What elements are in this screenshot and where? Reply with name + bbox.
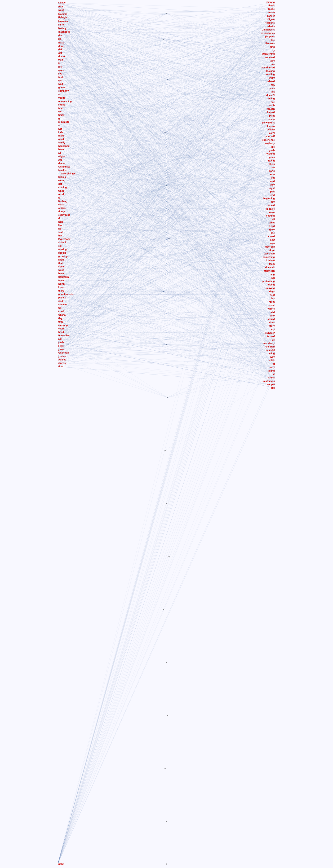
- svg-line-1401: [58, 33, 275, 81]
- svg-line-548: [58, 347, 275, 356]
- svg-line-883: [58, 77, 275, 291]
- svg-line-181: [58, 112, 275, 206]
- svg-line-513: [58, 161, 275, 339]
- svg-line-847: [58, 215, 275, 254]
- svg-line-1141: [58, 239, 169, 305]
- svg-line-419: [58, 254, 275, 277]
- svg-line-1407: [58, 115, 275, 185]
- svg-line-1017: [164, 40, 275, 78]
- right-word-label: basis: [269, 87, 275, 90]
- svg-line-488: [58, 216, 275, 329]
- svg-line-916: [58, 150, 275, 330]
- svg-line-1075: [165, 132, 275, 150]
- svg-line-284: [58, 181, 275, 243]
- svg-line-289: [58, 181, 275, 271]
- svg-line-786: [58, 174, 275, 195]
- svg-line-35: [58, 17, 275, 78]
- svg-line-745: [58, 161, 275, 277]
- svg-line-775: [58, 81, 275, 188]
- svg-line-261: [58, 163, 275, 247]
- svg-line-921: [58, 108, 275, 336]
- left-word-label: time: [58, 320, 63, 323]
- svg-line-765: [58, 101, 275, 181]
- svg-line-600: [58, 19, 275, 25]
- svg-line-1026: [58, 43, 168, 80]
- svg-line-1355: [58, 70, 275, 119]
- svg-line-184: [58, 115, 275, 288]
- right-word-label: yeah: [269, 149, 275, 152]
- svg-line-1235: [58, 57, 275, 63]
- svg-line-244: [58, 156, 275, 274]
- svg-line-334: [58, 215, 275, 343]
- svg-line-128: [58, 81, 275, 188]
- svg-line-431: [58, 119, 275, 287]
- svg-line-903: [58, 160, 275, 316]
- svg-line-483: [58, 219, 275, 322]
- right-word-label: saw: [270, 239, 275, 241]
- svg-line-545: [58, 154, 275, 356]
- svg-line-828: [58, 39, 275, 233]
- svg-line-1149: [169, 239, 275, 274]
- svg-line-473: [58, 229, 275, 318]
- svg-line-817: [58, 170, 275, 226]
- svg-line-1327: [58, 23, 275, 174]
- svg-line-596: [58, 10, 275, 19]
- svg-line-1376: [58, 185, 275, 864]
- svg-line-962: [58, 298, 275, 374]
- svg-line-557: [58, 219, 275, 360]
- svg-line-854: [58, 239, 275, 264]
- svg-line-808: [58, 219, 275, 270]
- svg-line-505: [58, 30, 275, 336]
- svg-line-965: [58, 208, 275, 378]
- svg-line-635: [58, 50, 275, 74]
- svg-line-270: [58, 174, 275, 247]
- svg-line-567: [58, 260, 275, 367]
- svg-line-327: [58, 126, 275, 212]
- svg-line-384: [58, 171, 275, 249]
- svg-line-1003: [58, 40, 164, 53]
- svg-line-121: [58, 40, 275, 74]
- svg-line-343: [58, 71, 275, 218]
- svg-line-680: [58, 28, 275, 92]
- svg-line-1069: [165, 64, 275, 132]
- svg-line-1179: [164, 250, 275, 291]
- svg-line-510: [58, 209, 275, 339]
- svg-line-1391: [58, 119, 275, 864]
- svg-line-929: [58, 167, 275, 340]
- svg-line-396: [58, 237, 275, 256]
- svg-line-1038: [168, 12, 275, 80]
- svg-line-32: [58, 17, 275, 212]
- svg-line-41: [58, 21, 275, 378]
- svg-line-837: [58, 191, 275, 240]
- svg-line-985: [58, 13, 166, 84]
- svg-line-762: [58, 178, 275, 239]
- left-word-label: make: [58, 134, 64, 137]
- svg-line-224: [58, 139, 275, 240]
- svg-line-749: [58, 164, 275, 329]
- svg-line-1101: [58, 186, 166, 243]
- svg-line-66: [58, 35, 275, 305]
- left-word-label: help: [58, 220, 63, 223]
- svg-line-112: [58, 70, 275, 233]
- svg-line-232: [58, 81, 275, 139]
- svg-line-200: [58, 122, 275, 167]
- svg-line-534: [58, 116, 275, 353]
- svg-line-597: [58, 19, 275, 339]
- svg-line-252: [58, 50, 275, 160]
- svg-line-1342: [58, 92, 275, 94]
- svg-line-1073: [165, 78, 275, 132]
- svg-line-94: [58, 57, 275, 226]
- svg-line-625: [58, 40, 275, 332]
- svg-line-1087: [58, 136, 166, 186]
- svg-line-1276: [58, 14, 275, 37]
- svg-line-742: [58, 157, 275, 222]
- svg-line-1198: [58, 301, 166, 345]
- left-word-label: Momma: [58, 13, 67, 16]
- svg-line-865: [58, 84, 275, 278]
- svg-line-1292: [58, 198, 275, 357]
- svg-line-856: [58, 7, 275, 268]
- svg-line-255: [58, 6, 275, 160]
- svg-line-296: [58, 85, 275, 187]
- svg-line-1333: [58, 123, 275, 191]
- svg-line-1124: [58, 170, 169, 239]
